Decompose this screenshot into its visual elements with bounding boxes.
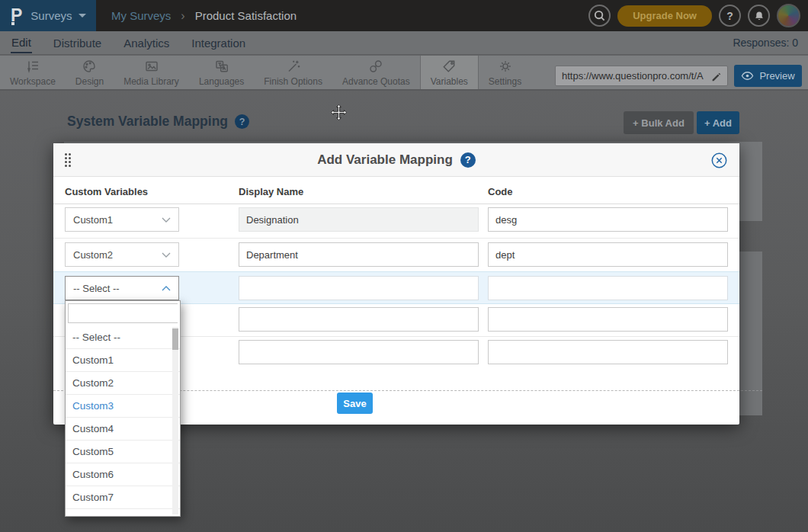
- logo-dot-icon: [11, 22, 14, 25]
- page-title: System Variable Mapping ?: [67, 114, 249, 130]
- toolbar-item-workspace[interactable]: Workspace: [0, 56, 66, 89]
- mouse-move-cursor: [330, 104, 348, 121]
- user-avatar[interactable]: [777, 4, 800, 27]
- display-name-input-row5[interactable]: [239, 340, 479, 364]
- product-menu-label: Surveys: [30, 9, 72, 22]
- dropdown-option-custom4[interactable]: Custom4: [66, 418, 181, 441]
- modal-title: Add Variable Mapping: [317, 152, 453, 168]
- toolbar-item-advance-quotas[interactable]: Advance Quotas: [332, 56, 420, 89]
- image-icon: [144, 59, 159, 74]
- code-input-row2[interactable]: [488, 242, 728, 267]
- code-input-row5[interactable]: [488, 340, 728, 364]
- edit-pencil-icon[interactable]: [710, 71, 721, 82]
- page-header: System Variable Mapping ? + Bulk Add + A…: [0, 107, 808, 139]
- chevron-up-icon: [162, 286, 171, 291]
- dropdown-scrollbar[interactable]: [172, 327, 178, 514]
- tab-distribute[interactable]: Distribute: [53, 33, 102, 53]
- notifications-button[interactable]: [748, 5, 770, 27]
- column-header-code: Code: [488, 186, 513, 197]
- variable-select-row3-open[interactable]: -- Select --: [65, 276, 179, 300]
- magic-wand-icon: [286, 59, 301, 74]
- search-button[interactable]: [588, 5, 611, 27]
- variable-select-row1[interactable]: Custom1: [65, 207, 179, 232]
- code-input-row1[interactable]: [488, 207, 728, 232]
- top-navbar: P Surveys My Surveys › Product Satisfact…: [0, 0, 808, 31]
- display-name-input-row1[interactable]: [239, 207, 479, 232]
- breadcrumb: My Surveys › Product Satisfaction: [111, 9, 297, 23]
- toolbar-item-languages[interactable]: Languages: [189, 56, 254, 89]
- dropdown-search-input[interactable]: [69, 304, 181, 322]
- chain-links-icon: [368, 59, 383, 74]
- tab-edit[interactable]: Edit: [11, 32, 32, 53]
- palette-icon: [82, 59, 97, 74]
- tab-analytics[interactable]: Analytics: [123, 33, 170, 53]
- gear-icon: [498, 59, 513, 74]
- upgrade-now-button[interactable]: Upgrade Now: [617, 5, 712, 27]
- display-name-input-row3[interactable]: [239, 276, 479, 300]
- header-divider: [53, 204, 739, 204]
- dropdown-option-custom5[interactable]: Custom5: [66, 441, 181, 463]
- plus-icon: +: [704, 117, 710, 129]
- dropdown-option-custom2[interactable]: Custom2: [66, 372, 181, 395]
- modal-help-icon[interactable]: ?: [460, 152, 476, 168]
- workspace-icon: [25, 59, 40, 74]
- column-header-display-name: Display Name: [239, 186, 303, 197]
- responses-count: Responses: 0: [733, 37, 798, 49]
- dropdown-search-box[interactable]: [68, 303, 178, 323]
- column-header-custom-variables: Custom Variables: [65, 186, 148, 197]
- toolbar-item-settings[interactable]: Settings: [479, 56, 531, 89]
- survey-nav-tabs: Edit Distribute Analytics Integration Re…: [0, 31, 808, 55]
- bell-icon: [753, 10, 765, 22]
- search-icon: [593, 9, 606, 22]
- code-input-row4[interactable]: [488, 307, 728, 332]
- translate-icon: [214, 59, 229, 74]
- dropdown-scrollbar-thumb[interactable]: [172, 328, 178, 350]
- code-input-row3[interactable]: [488, 276, 728, 300]
- survey-url-text: https://www.questionpro.com/t/A: [562, 70, 710, 82]
- dropdown-option-list: -- Select -- Custom1 Custom2 Custom3 Cus…: [66, 326, 181, 517]
- app-screen: P Surveys My Surveys › Product Satisfact…: [0, 0, 808, 532]
- dropdown-option-custom6[interactable]: Custom6: [66, 463, 181, 486]
- toolbar-item-finish-options[interactable]: Finish Options: [254, 56, 332, 89]
- chevron-down-icon: [162, 252, 171, 258]
- dropdown-option-custom1[interactable]: Custom1: [66, 349, 181, 372]
- plus-icon: +: [633, 117, 639, 129]
- question-mark-icon: ?: [726, 10, 733, 22]
- dropdown-option-custom7[interactable]: Custom7: [66, 486, 181, 509]
- toolbar-item-design[interactable]: Design: [66, 56, 114, 89]
- dropdown-option-partial[interactable]: [66, 509, 181, 517]
- row-divider: [53, 238, 739, 239]
- variable-dropdown-panel: -- Select -- Custom1 Custom2 Custom3 Cus…: [65, 300, 181, 517]
- breadcrumb-current-survey: Product Satisfaction: [195, 9, 297, 22]
- edit-toolbar: Workspace Design Media Library: [0, 56, 808, 91]
- tag-icon: [441, 59, 457, 74]
- drag-handle-icon[interactable]: [65, 153, 71, 167]
- toolbar-item-media-library[interactable]: Media Library: [114, 56, 189, 89]
- preview-button[interactable]: Preview: [734, 65, 802, 87]
- dropdown-option-custom3[interactable]: Custom3: [66, 395, 181, 418]
- tab-integration[interactable]: Integration: [191, 33, 246, 53]
- modal-header: Add Variable Mapping ?: [53, 143, 739, 177]
- save-button[interactable]: Save: [337, 393, 373, 414]
- add-button[interactable]: + Add: [697, 111, 739, 134]
- page-help-icon[interactable]: ?: [235, 114, 249, 129]
- help-button[interactable]: ?: [719, 5, 741, 27]
- breadcrumb-separator: ›: [181, 9, 184, 23]
- bulk-add-button[interactable]: + Bulk Add: [624, 111, 694, 134]
- toolbar-item-variables[interactable]: Variables: [420, 56, 479, 89]
- eye-icon: [741, 71, 754, 81]
- display-name-input-row4[interactable]: [239, 307, 479, 332]
- breadcrumb-my-surveys[interactable]: My Surveys: [111, 9, 171, 22]
- display-name-input-row2[interactable]: [239, 242, 479, 267]
- chevron-down-icon: [162, 217, 171, 223]
- product-switcher[interactable]: P Surveys: [0, 0, 96, 31]
- dropdown-option-select[interactable]: -- Select --: [66, 326, 181, 349]
- variable-select-row2[interactable]: Custom2: [65, 242, 179, 267]
- close-icon[interactable]: [711, 152, 727, 168]
- chevron-down-icon: [79, 14, 86, 18]
- survey-url-field[interactable]: https://www.questionpro.com/t/A: [555, 66, 728, 86]
- topbar-actions: Upgrade Now ?: [588, 0, 800, 31]
